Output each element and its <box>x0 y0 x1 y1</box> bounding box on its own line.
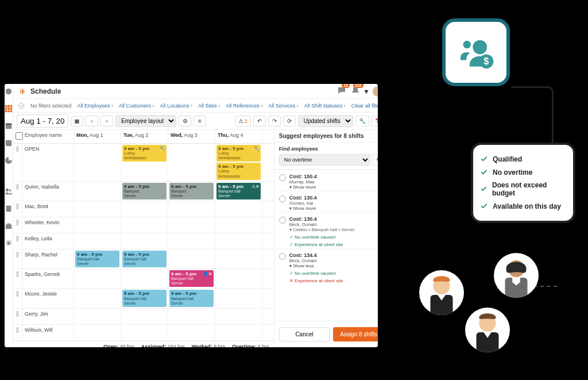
grid-cell[interactable] <box>74 201 121 217</box>
candidate-radio[interactable] <box>279 195 286 202</box>
chat-icon[interactable]: 13 <box>337 86 346 97</box>
filter-references[interactable]: All References › <box>226 103 262 109</box>
grid-cell[interactable] <box>215 325 262 340</box>
show-more-toggle[interactable]: ▾ Show less <box>289 263 378 268</box>
warning-button[interactable]: ⚠2 <box>235 116 251 126</box>
grid-cell[interactable] <box>121 217 168 233</box>
candidate-radio[interactable] <box>279 174 286 181</box>
nav-calendar-icon[interactable] <box>5 122 13 131</box>
shift-block[interactable]: 9 am - 5 pmLobbyAmbassador <box>216 163 261 179</box>
nav-people-icon[interactable] <box>5 187 13 197</box>
row-handle[interactable] <box>13 217 22 233</box>
row-handle[interactable] <box>13 325 22 340</box>
grid-cell[interactable] <box>74 289 121 308</box>
filter-locations[interactable]: All Locations › <box>160 103 193 109</box>
gear-button[interactable]: ⚙ <box>179 116 191 126</box>
shift-block[interactable]: 9 am - 5 pmBanquetServer <box>169 183 214 199</box>
date-range-input[interactable] <box>17 114 68 128</box>
grid-cell[interactable]: 9 am - 5 pmBanquet hallServer <box>121 289 168 308</box>
wrench-button[interactable]: 🔧 <box>355 116 369 126</box>
filter-statuses[interactable]: All Shift statuses › <box>304 103 346 109</box>
undo-button[interactable]: ↶ <box>253 116 266 126</box>
shift-block[interactable]: 9 am - 5 pmBanquet hallServer <box>122 251 167 267</box>
prev-button[interactable]: ‹ <box>86 116 98 126</box>
row-handle[interactable] <box>13 250 22 268</box>
grid-cell[interactable] <box>74 182 121 201</box>
grid-cell[interactable] <box>74 217 121 233</box>
shift-block[interactable]: 9 am - 5 pmBanquet hallServer⚠✕ <box>216 183 261 199</box>
nav-briefcase-icon[interactable] <box>5 222 13 231</box>
grid-cell[interactable] <box>74 233 121 249</box>
row-handle[interactable] <box>13 144 22 181</box>
grid-cell[interactable] <box>121 233 168 249</box>
nav-gear-icon[interactable] <box>5 239 13 248</box>
candidate-radio[interactable] <box>279 217 286 224</box>
grid-cell[interactable] <box>74 309 121 324</box>
row-handle[interactable] <box>13 182 22 201</box>
grid-cell[interactable] <box>168 144 215 181</box>
candidate-row[interactable]: Cost: 130.4Gomez, Kai▾ Show more <box>274 191 378 212</box>
assign-button[interactable]: Assign 8 shifts <box>333 327 378 341</box>
grid-cell[interactable] <box>215 309 262 324</box>
grid-cell[interactable] <box>168 217 215 233</box>
shift-block[interactable]: 9 am - 5 pmLobbyAmbassador🔧 <box>216 145 261 162</box>
grid-cell[interactable] <box>168 250 215 268</box>
grid-cell[interactable] <box>215 269 262 288</box>
grid-cell[interactable] <box>168 201 215 217</box>
grid-cell[interactable]: 9 am - 5 pmBanquet hallServer <box>168 289 215 308</box>
grid-cell[interactable] <box>121 269 168 288</box>
redo-button[interactable]: ↷ <box>268 116 281 126</box>
nav-chart-icon[interactable] <box>5 156 13 166</box>
filter-sites[interactable]: All Sites › <box>198 103 220 109</box>
grid-cell[interactable] <box>215 233 262 249</box>
shift-block[interactable]: 9 am - 5 pmLobbyAmbassador🔧 <box>122 145 167 162</box>
shift-block[interactable]: 9 am - 5 pmBanquet hallServer👤✕ <box>169 270 214 287</box>
grid-cell[interactable] <box>215 217 262 233</box>
grid-cell[interactable] <box>168 233 215 249</box>
refresh-button[interactable]: ⟳ <box>283 116 296 126</box>
user-avatar[interactable] <box>373 86 378 97</box>
publish-button[interactable]: 📅 <box>372 116 378 126</box>
grid-cell[interactable]: 9 am - 5 pmBanquetServer <box>121 182 168 201</box>
overtime-select[interactable]: No overtime <box>279 154 370 166</box>
grid-cell[interactable] <box>215 250 262 268</box>
grid-cell[interactable] <box>168 325 215 340</box>
row-handle[interactable] <box>13 269 22 288</box>
layout-select[interactable]: Employee layout <box>115 115 176 127</box>
next-button[interactable]: › <box>100 116 113 126</box>
clear-filters-link[interactable]: Clear all filters <box>351 103 378 109</box>
nav-check-icon[interactable] <box>5 139 13 148</box>
chevron-down-icon[interactable]: ▾ <box>365 87 368 95</box>
grid-cell[interactable] <box>121 325 168 340</box>
grid-cell[interactable] <box>74 144 121 181</box>
nav-home-icon[interactable] <box>5 87 13 97</box>
find-gear-button[interactable]: ⚙ <box>373 154 378 166</box>
sliders-button[interactable]: ≡ <box>194 116 206 126</box>
candidate-radio[interactable] <box>279 253 286 260</box>
nav-building-icon[interactable] <box>5 205 13 214</box>
shift-block[interactable]: 9 am - 5 pmBanquet hallServer <box>169 290 214 306</box>
shift-block[interactable]: 9 am - 5 pmBanquetServer <box>122 183 167 199</box>
filter-customers[interactable]: All Customers › <box>119 103 154 109</box>
bell-icon[interactable]: 222 <box>351 86 360 97</box>
grid-cell[interactable]: 9 am - 5 pmLobbyAmbassador🔧 <box>121 144 168 181</box>
grid-cell[interactable] <box>74 269 121 288</box>
row-handle[interactable] <box>13 201 22 217</box>
grid-cell[interactable]: 9 am - 5 pmBanquetServer <box>168 182 215 201</box>
nav-grid-icon[interactable] <box>5 105 13 114</box>
show-more-toggle[interactable]: ▾ Show more <box>289 185 378 190</box>
candidate-row[interactable]: Cost: 130.4Beck, Donald▾ Celario • Banqu… <box>274 212 378 233</box>
grid-cell[interactable] <box>215 289 262 308</box>
grid-cell[interactable]: 9 am - 5 pmBanquet hallServer👤✕ <box>168 269 215 288</box>
grid-cell[interactable] <box>121 201 168 217</box>
row-handle[interactable] <box>13 233 22 249</box>
candidate-row[interactable]: Cost: 150.4Murray, Mae▾ Show more <box>274 170 378 191</box>
filter-employees[interactable]: All Employees › <box>78 103 114 109</box>
shift-block[interactable]: 9 am - 5 pmBanquet hallServer <box>122 290 167 306</box>
calendar-button[interactable] <box>71 116 83 126</box>
grid-cell[interactable] <box>121 309 168 324</box>
cancel-button[interactable]: Cancel <box>279 327 330 341</box>
show-more-toggle[interactable]: ▾ Show more <box>289 206 378 211</box>
grid-cell[interactable] <box>168 309 215 324</box>
grid-cell[interactable] <box>215 201 262 217</box>
